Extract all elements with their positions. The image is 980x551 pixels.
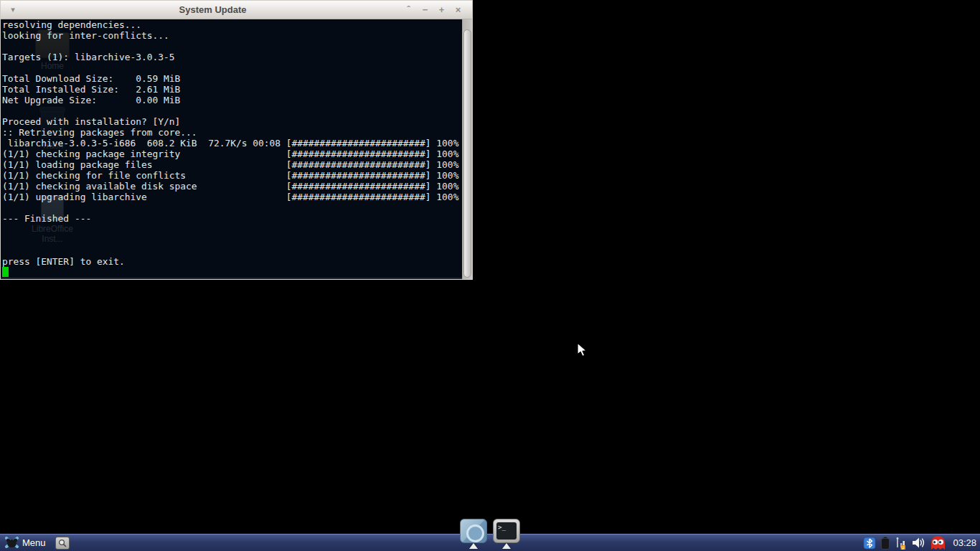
terminal-line: libarchive-3.0.3-5-i686 608.2 KiB 72.7K/… bbox=[2, 138, 462, 149]
desktop: Home Trash LibreOffice Inst... ▾ System … bbox=[0, 0, 980, 551]
terminal-window-icon: >_ bbox=[493, 519, 520, 543]
terminal-line: Proceed with installation? [Y/n] bbox=[2, 116, 462, 127]
update-notifier-icon[interactable] bbox=[930, 535, 946, 550]
terminal-line: (1/1) upgrading libarchive [############… bbox=[2, 192, 462, 202]
scrollbar-thumb[interactable] bbox=[463, 29, 471, 278]
terminal-glyph: >_ bbox=[496, 522, 517, 540]
battery-icon[interactable] bbox=[880, 537, 890, 550]
terminal-output[interactable]: resolving dependencies...looking for int… bbox=[1, 19, 462, 279]
terminal-line: --- Finished --- bbox=[2, 213, 462, 224]
terminal-line: Net Upgrade Size: 0.00 MiB bbox=[2, 95, 462, 105]
terminal-line: press [ENTER] to exit. bbox=[2, 256, 462, 267]
close-button[interactable]: × bbox=[450, 1, 466, 18]
window-titlebar[interactable]: ▾ System Update ˆ − + × bbox=[1, 1, 472, 19]
terminal-line bbox=[2, 105, 462, 116]
network-signal-icon[interactable] bbox=[895, 537, 908, 550]
running-indicator bbox=[469, 543, 478, 549]
terminal-line bbox=[2, 62, 462, 73]
terminal-line: (1/1) checking available disk space [###… bbox=[2, 181, 462, 192]
magnifier-icon bbox=[58, 539, 67, 547]
dock-item-update-manager[interactable] bbox=[460, 519, 487, 547]
terminal-line: (1/1) checking package integrity [######… bbox=[2, 149, 462, 159]
menu-label: Menu bbox=[22, 537, 46, 548]
bluetooth-icon[interactable] bbox=[863, 537, 876, 550]
terminal-line bbox=[2, 235, 462, 245]
terminal-line: resolving dependencies... bbox=[2, 19, 462, 30]
minimize-button[interactable]: − bbox=[417, 1, 433, 18]
terminal-scrollbar[interactable] bbox=[462, 19, 472, 279]
xfce-logo-icon bbox=[5, 537, 19, 549]
system-tray: 03:28 bbox=[863, 535, 980, 550]
terminal-line bbox=[2, 245, 462, 256]
terminal-line: Total Installed Size: 2.61 MiB bbox=[2, 84, 462, 95]
terminal-line: Total Download Size: 0.59 MiB bbox=[2, 73, 462, 84]
terminal-line bbox=[2, 202, 462, 213]
menu-button[interactable]: Menu bbox=[3, 535, 48, 550]
terminal-prompt-line bbox=[2, 267, 462, 278]
terminal-line bbox=[2, 41, 462, 52]
terminal-line: :: Retrieving packages from core... bbox=[2, 127, 462, 138]
clock[interactable]: 03:28 bbox=[953, 537, 976, 548]
window-controls: ˆ − + × bbox=[400, 1, 472, 18]
terminal-cursor bbox=[2, 267, 9, 277]
panel-left: Menu bbox=[0, 535, 70, 550]
shade-button[interactable]: ˆ bbox=[400, 1, 417, 18]
terminal-body[interactable]: resolving dependencies...looking for int… bbox=[1, 19, 472, 279]
terminal-line: (1/1) checking for file conflicts [#####… bbox=[2, 170, 462, 181]
update-manager-window-icon bbox=[460, 519, 487, 543]
show-desktop-button[interactable] bbox=[55, 537, 70, 550]
running-indicator bbox=[502, 543, 511, 549]
terminal-line: (1/1) loading package files [###########… bbox=[2, 159, 462, 170]
window-menu-button[interactable]: ▾ bbox=[1, 5, 25, 14]
system-update-window: ▾ System Update ˆ − + × resolving depend… bbox=[0, 0, 473, 280]
dock-item-terminal[interactable]: >_ bbox=[493, 519, 520, 547]
terminal-line bbox=[2, 224, 462, 235]
dock: >_ bbox=[460, 519, 520, 547]
maximize-button[interactable]: + bbox=[433, 1, 450, 18]
volume-icon[interactable] bbox=[912, 537, 925, 549]
disc-icon bbox=[466, 524, 484, 542]
terminal-line: Targets (1): libarchive-3.0.3-5 bbox=[2, 52, 462, 62]
terminal-line: looking for inter-conflicts... bbox=[2, 30, 462, 41]
terminal-lines: resolving dependencies...looking for int… bbox=[2, 19, 462, 267]
window-title: System Update bbox=[25, 4, 400, 15]
